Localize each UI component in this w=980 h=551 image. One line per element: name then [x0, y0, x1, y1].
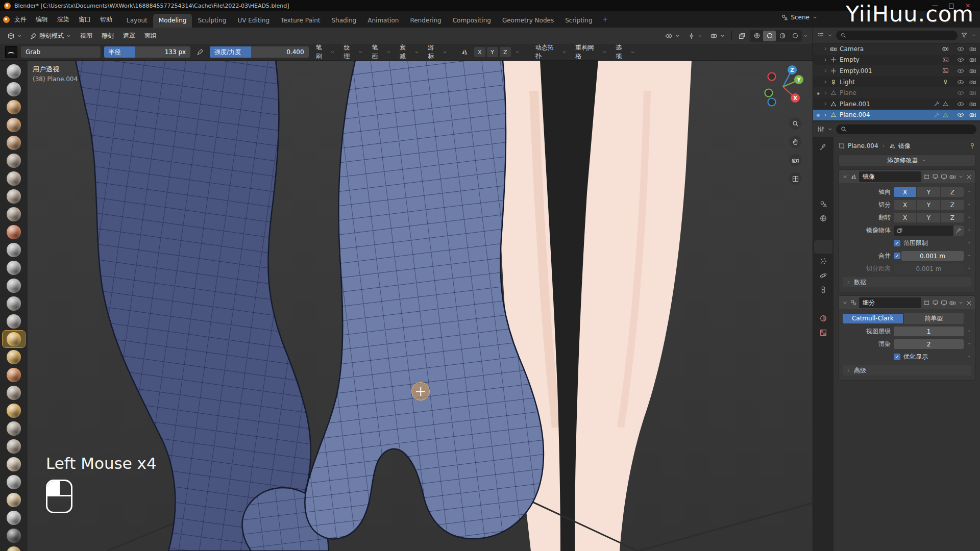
workspace-tab[interactable]: Rendering	[404, 14, 447, 28]
disable-render-icon[interactable]	[969, 79, 976, 86]
shading-material-button[interactable]	[776, 31, 789, 41]
add-workspace-button[interactable]: +	[598, 13, 612, 26]
workspace-tab[interactable]: Layout	[121, 14, 153, 28]
outliner-row[interactable]: Empty	[813, 55, 980, 66]
object-visibility-dropdown[interactable]	[662, 31, 683, 41]
realtime-toggle-icon[interactable]	[932, 299, 939, 306]
filter-icon[interactable]	[961, 32, 968, 39]
merge-checkbox[interactable]	[894, 253, 900, 259]
brush-button[interactable]	[3, 509, 25, 526]
workspace-tab[interactable]: Modeling	[153, 14, 192, 28]
move-hand-icon[interactable]	[789, 136, 801, 148]
menu-item[interactable]: 编辑	[31, 13, 53, 26]
clipping-checkbox[interactable]	[894, 240, 900, 246]
hide-viewport-eye-icon[interactable]	[957, 56, 964, 63]
brush-button[interactable]	[3, 206, 25, 222]
symmetry-axis-toggle[interactable]: X	[474, 47, 485, 57]
mirror-object-field[interactable]	[894, 226, 953, 236]
expand-chevron-icon[interactable]	[823, 68, 828, 73]
shading-rendered-button[interactable]	[789, 31, 801, 41]
zoom-icon[interactable]	[789, 117, 801, 130]
extras-chevron-icon[interactable]	[958, 300, 964, 306]
brush-button[interactable]	[3, 366, 25, 383]
disable-render-icon[interactable]	[969, 89, 976, 96]
properties-editor-icon[interactable]	[817, 126, 824, 133]
bisect-z-toggle[interactable]: Z	[941, 200, 964, 210]
expand-chevron-icon[interactable]	[823, 101, 828, 107]
expand-chevron-icon[interactable]	[823, 90, 828, 96]
gizmo-x-negative[interactable]	[768, 73, 776, 81]
render-toggle-icon[interactable]	[949, 299, 956, 306]
display-toggle-icon[interactable]	[941, 299, 947, 306]
tool-dropdown[interactable]: 纹理	[340, 42, 367, 62]
properties-tab[interactable]	[814, 212, 832, 225]
optimal-display-checkbox[interactable]	[894, 354, 900, 360]
outliner-editor-icon[interactable]	[817, 32, 824, 39]
workspace-tab[interactable]: Geometry Nodes	[497, 14, 559, 28]
properties-search-input[interactable]	[836, 124, 976, 134]
brush-button[interactable]	[3, 134, 25, 151]
outliner-row[interactable]: Empty.001	[813, 65, 980, 77]
mode-selector[interactable]: 雕刻模式	[27, 30, 75, 42]
menu-item[interactable]: 渲染	[53, 13, 74, 26]
radius-slider[interactable]: 半径 133 px	[104, 46, 191, 58]
modifier-name-field[interactable]: 细分	[859, 297, 921, 308]
hide-viewport-eye-icon[interactable]	[957, 45, 964, 53]
expand-chevron-icon[interactable]	[823, 79, 828, 85]
hide-viewport-eye-icon[interactable]	[957, 89, 964, 96]
object-name[interactable]: Empty.001	[840, 67, 872, 74]
brush-preview-thumbnail[interactable]	[5, 46, 17, 58]
brush-button[interactable]	[3, 420, 25, 437]
workspace-tab[interactable]: Shading	[326, 14, 362, 28]
menu-item[interactable]: 帮助	[95, 13, 117, 26]
merge-threshold-field[interactable]: 0.001 m	[901, 251, 964, 261]
axis-y-toggle[interactable]: Y	[917, 187, 940, 197]
collapse-chevron-icon[interactable]	[842, 299, 848, 306]
properties-tab[interactable]	[814, 312, 832, 325]
object-name[interactable]: Light	[840, 79, 855, 86]
object-name[interactable]: Plane.001	[840, 101, 870, 108]
catmull-clark-toggle[interactable]: Catmull-Clark	[843, 314, 903, 323]
viewport-menu-item[interactable]: 面组	[140, 30, 161, 42]
object-name[interactable]: Plane.004	[840, 111, 870, 118]
disable-render-icon[interactable]	[969, 45, 976, 53]
sculpt-options-dropdown[interactable]: 选项	[612, 42, 639, 62]
outliner-search-input[interactable]	[836, 31, 958, 40]
flip-x-toggle[interactable]: X	[894, 213, 916, 222]
hide-viewport-eye-icon[interactable]	[957, 79, 964, 86]
brush-button[interactable]	[3, 81, 25, 97]
levels-render-field[interactable]: 2	[894, 339, 964, 349]
properties-tab[interactable]	[814, 169, 832, 182]
disable-render-icon[interactable]	[969, 101, 976, 108]
brush-button[interactable]	[3, 295, 25, 312]
gizmo-z-negative[interactable]	[768, 98, 776, 106]
brush-button[interactable]	[3, 438, 25, 455]
properties-tab[interactable]	[814, 183, 832, 196]
flip-y-toggle[interactable]: Y	[917, 213, 940, 222]
viewport-menu-item[interactable]: 视图	[76, 30, 97, 42]
properties-tab[interactable]	[814, 269, 832, 282]
properties-tab[interactable]	[814, 283, 832, 296]
brush-button[interactable]	[3, 241, 25, 258]
edit-mode-toggle-icon[interactable]	[923, 299, 930, 306]
gizmo-y-negative[interactable]	[765, 89, 773, 97]
object-name[interactable]: Plane	[840, 89, 856, 96]
chevron-down-icon[interactable]	[971, 33, 976, 38]
navigation-gizmo[interactable]: Z Y X	[760, 63, 806, 110]
levels-viewport-field[interactable]: 1	[894, 327, 964, 336]
viewport-menu-item[interactable]: 遮罩	[118, 30, 140, 42]
brush-button[interactable]	[3, 277, 25, 294]
brush-button[interactable]	[3, 527, 25, 544]
gizmos-dropdown[interactable]	[684, 31, 706, 41]
overlays-dropdown[interactable]	[707, 31, 728, 41]
chevron-down-icon[interactable]	[827, 33, 833, 38]
properties-tab[interactable]	[814, 297, 832, 311]
strength-slider[interactable]: 强度/力度 0.400	[210, 46, 308, 58]
active-brush-name[interactable]: Grab	[21, 46, 101, 58]
properties-tab[interactable]	[814, 255, 832, 268]
brush-button[interactable]	[3, 545, 25, 551]
menu-item[interactable]: 窗口	[74, 13, 95, 26]
symmetry-axis-toggle[interactable]: Y	[487, 47, 498, 57]
shading-solid-button[interactable]	[763, 31, 776, 41]
scene-selector[interactable]: Scene	[781, 14, 818, 21]
